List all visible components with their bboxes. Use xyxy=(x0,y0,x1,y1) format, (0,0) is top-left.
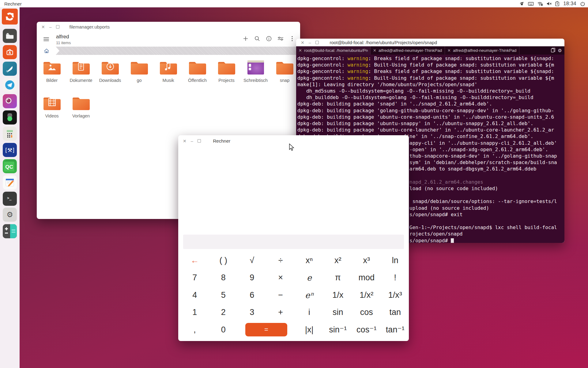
keyboard-icon[interactable] xyxy=(528,2,534,6)
folder-schreibtisch[interactable]: Schreibtisch xyxy=(241,56,270,92)
calc-button-digit-8[interactable]: 8 xyxy=(209,269,238,287)
indicator-tray[interactable]: 18:34 xyxy=(519,0,585,7)
terminal-tab-3[interactable]: ✕alfred@alfred-neumayer-ThinkPad-X13s-G.… xyxy=(445,46,519,55)
calc-button-pi[interactable]: π xyxy=(324,269,352,287)
calc-button-multiply[interactable]: × xyxy=(266,269,295,287)
dock-item-camera[interactable] xyxy=(3,94,17,108)
dock-item-calculator-rechner[interactable] xyxy=(3,224,17,238)
duplicate-tab-icon[interactable] xyxy=(551,48,556,54)
settings-sliders-icon[interactable] xyxy=(277,35,284,42)
calc-button-arcsin[interactable]: sin⁻¹ xyxy=(324,321,352,339)
dock-item-audio-recorder[interactable] xyxy=(3,110,17,125)
calc-button-sin[interactable]: sin xyxy=(324,304,352,321)
calc-button-cos[interactable]: cos xyxy=(352,304,381,321)
calc-button-decimal-comma[interactable]: , xyxy=(180,321,209,339)
svg-text:A: A xyxy=(9,51,11,55)
dock-item-openstore[interactable]: A xyxy=(3,45,17,59)
dock-item-qtcreator[interactable]: QC xyxy=(3,159,17,173)
calc-button-digit-0[interactable]: 0 xyxy=(209,321,238,339)
calculator-input-field[interactable] xyxy=(183,235,404,249)
battery-charging-icon[interactable] xyxy=(555,1,559,6)
file-manager-titlebar[interactable]: ✕ – filemanager.ubports xyxy=(37,22,300,32)
minimize-button[interactable]: – xyxy=(309,40,311,45)
calc-button-x-cubed[interactable]: x³ xyxy=(352,252,381,269)
calc-button-digit-4[interactable]: 4 xyxy=(180,286,209,304)
calc-button-euler-e[interactable]: e xyxy=(295,269,324,287)
info-icon[interactable] xyxy=(265,35,273,42)
dock-item-terminal-app[interactable]: >_ xyxy=(3,192,17,206)
folder-dokumente[interactable]: Dokumente xyxy=(66,56,96,92)
hamburger-menu-icon[interactable] xyxy=(43,36,49,42)
minimize-button[interactable]: – xyxy=(191,139,193,143)
dock-item-system-settings[interactable]: ⚙ xyxy=(3,208,17,222)
tab-close-icon[interactable]: ✕ xyxy=(299,48,302,53)
calc-button-tan[interactable]: tan xyxy=(381,304,410,321)
maximize-button[interactable] xyxy=(315,41,319,44)
folder-musik[interactable]: Musik xyxy=(154,56,183,92)
tab-close-icon[interactable]: ✕ xyxy=(373,48,376,53)
dock-item-telegram[interactable] xyxy=(3,78,17,92)
calc-button-digit-6[interactable]: 6 xyxy=(238,286,266,304)
maximize-button[interactable] xyxy=(56,25,59,29)
dock-item-calculator-alt[interactable] xyxy=(3,127,17,141)
calc-button-factorial[interactable]: ! xyxy=(381,269,410,287)
dock-item-ut-tweak-tool[interactable]: [⚒] xyxy=(3,143,17,157)
folder-go[interactable]: go xyxy=(125,56,154,92)
calc-button-digit-1[interactable]: 1 xyxy=(180,304,209,321)
calc-button-square-root[interactable]: √ xyxy=(238,252,266,269)
wifi-secure-icon[interactable] xyxy=(537,2,543,6)
plus-icon[interactable] xyxy=(242,35,249,42)
calc-button-reciprocal-squared[interactable]: 1/x² xyxy=(352,286,381,304)
close-button[interactable]: ✕ xyxy=(301,40,304,45)
calc-button-digit-5[interactable]: 5 xyxy=(209,286,238,304)
kebab-menu-icon[interactable] xyxy=(288,35,296,42)
terminal-titlebar[interactable]: ✕ – root@build-focal: /home/ubuntu/Proje… xyxy=(296,39,564,46)
calc-button-digit-2[interactable]: 2 xyxy=(209,304,238,321)
rotation-lock-icon[interactable] xyxy=(519,2,525,6)
folder-öffentlich[interactable]: Öffentlich xyxy=(183,56,212,92)
close-button[interactable]: ✕ xyxy=(41,25,45,29)
folder-videos[interactable]: Videos xyxy=(37,92,66,128)
calc-button-reciprocal-cubed[interactable]: 1/x³ xyxy=(381,286,410,304)
breadcrumb-home[interactable] xyxy=(37,47,59,55)
calc-button-divide[interactable]: ÷ xyxy=(266,252,295,269)
maximize-button[interactable] xyxy=(198,139,201,143)
folder-downloads[interactable]: Downloads xyxy=(96,56,125,92)
power-icon[interactable] xyxy=(580,2,585,6)
calc-button-add[interactable]: + xyxy=(266,304,295,321)
calc-button-digit-7[interactable]: 7 xyxy=(180,269,209,287)
dock-item-notes[interactable] xyxy=(3,175,17,190)
terminal-tab-1[interactable]: ✕root@build-focal: /home/ubuntu/Projects… xyxy=(296,46,371,55)
calc-button-subtract[interactable]: − xyxy=(266,286,295,304)
calc-button-reciprocal[interactable]: 1/x xyxy=(324,286,352,304)
calc-button-digit-3[interactable]: 3 xyxy=(238,304,266,321)
search-icon[interactable] xyxy=(254,35,261,42)
calc-button-x-pow-n[interactable]: xⁿ xyxy=(295,252,324,269)
calc-button-digit-9[interactable]: 9 xyxy=(238,269,266,287)
folder-snap[interactable]: snap xyxy=(270,56,299,92)
gear-icon[interactable]: ⚙ xyxy=(558,48,562,53)
folder-bilder[interactable]: Bilder xyxy=(37,56,66,92)
tab-close-icon[interactable]: ✕ xyxy=(447,48,451,53)
calc-button-natural-log[interactable]: ln xyxy=(381,252,410,269)
dock-item-feather-app[interactable] xyxy=(3,62,17,76)
calc-button-e-pow-n[interactable]: eⁿ xyxy=(295,286,324,304)
calc-button-parentheses[interactable]: ( ) xyxy=(209,252,238,269)
close-button[interactable]: ✕ xyxy=(183,139,187,143)
dock-item-file-manager[interactable] xyxy=(3,29,17,43)
calc-button-equals[interactable]: = xyxy=(238,321,295,339)
calc-button-backspace[interactable]: ← xyxy=(180,252,209,269)
dock-item-launcher-ubports[interactable] xyxy=(2,9,18,25)
calc-button-absolute-value[interactable]: |x| xyxy=(295,321,324,339)
minimize-button[interactable]: – xyxy=(49,25,52,29)
folder-projects[interactable]: Projects xyxy=(212,56,241,92)
calc-button-imaginary-i[interactable]: i xyxy=(295,304,324,321)
terminal-tab-2[interactable]: ✕alfred@alfred-neumayer-ThinkPad-X13s-G.… xyxy=(371,46,445,55)
calc-button-arccos[interactable]: cos⁻¹ xyxy=(352,321,381,339)
calc-button-arctan[interactable]: tan⁻¹ xyxy=(381,321,410,339)
volume-muted-icon[interactable] xyxy=(546,2,552,6)
calc-button-modulo[interactable]: mod xyxy=(352,269,381,287)
calc-button-x-squared[interactable]: x² xyxy=(324,252,352,269)
clock[interactable]: 18:34 xyxy=(563,1,576,6)
folder-vorlagen[interactable]: Vorlagen xyxy=(66,92,96,128)
